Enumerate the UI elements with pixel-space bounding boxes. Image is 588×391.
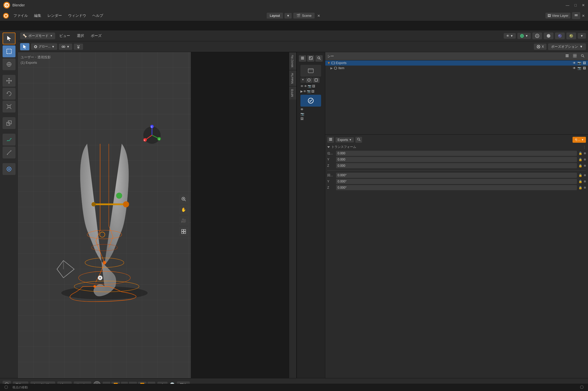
menu-window[interactable]: ウィンドウ	[66, 12, 89, 19]
snap-magnet[interactable]	[74, 44, 83, 50]
rotation-x-field[interactable]	[336, 173, 577, 178]
mode-selector[interactable]: 🦴 ポーズモード ▼	[20, 33, 55, 39]
prop-tab-scene2[interactable]: ▼	[300, 78, 321, 83]
side-tab-maketar[interactable]: MakeTar	[289, 70, 296, 86]
tool-transform[interactable]	[3, 117, 15, 129]
side-tab-mhx2[interactable]: MHX2 Ru	[289, 52, 296, 70]
shading-solid[interactable]	[544, 33, 553, 39]
prop-tab-active[interactable]	[300, 95, 321, 107]
outliner-list-view-btn[interactable]	[564, 53, 570, 59]
menu-blender-icon[interactable]	[2, 12, 10, 20]
camera-btn[interactable]: 🎥	[179, 216, 188, 225]
zoom-in-btn[interactable]	[179, 194, 188, 204]
toolbar-select[interactable]: 選択	[74, 33, 87, 39]
rotation-x-lock[interactable]: 🔒	[578, 173, 582, 177]
rotation-z-lock[interactable]: 🔒	[578, 186, 582, 189]
item2-eye-icon[interactable]: 👁	[573, 66, 576, 70]
viewport[interactable]: ユーザー・透視投影 (1) Exports	[18, 52, 191, 378]
close-btn[interactable]: ✕	[582, 3, 585, 7]
item-camera-icon[interactable]: 📷	[577, 61, 581, 65]
transform-dropdown[interactable]: Exports ▼	[336, 137, 354, 142]
eye-icon-3[interactable]: 👁	[303, 90, 306, 93]
rotation-y-lock[interactable]: 🔒	[578, 180, 582, 183]
prop-tab-active-eye[interactable]: 👁	[300, 108, 321, 111]
hand-btn[interactable]: ✋	[179, 205, 188, 214]
tool-select-cursor[interactable]	[20, 43, 29, 50]
tool-move[interactable]	[3, 75, 15, 87]
minimize-btn[interactable]: —	[566, 3, 569, 7]
workspace-tab-layout[interactable]: Layout	[267, 13, 283, 19]
shading-options[interactable]: ▼	[578, 33, 586, 39]
prop-tab-camera[interactable]: 📷	[300, 112, 321, 116]
menu-help[interactable]: ヘルプ	[90, 12, 106, 19]
menu-edit[interactable]: 編集	[31, 12, 44, 19]
tool-measure[interactable]	[3, 147, 15, 158]
properties-mode-btn[interactable]: モ... ▼	[573, 137, 586, 143]
outliner-item-2[interactable]: ▶ Item 👁 📷 🖼	[325, 66, 588, 71]
props-header-list-icon[interactable]	[299, 55, 306, 62]
eye-icon-2[interactable]: 👁	[304, 84, 307, 88]
tool-add[interactable]	[3, 163, 15, 175]
location-x-lock[interactable]: 🔒	[578, 151, 582, 155]
camera-small-icon-1[interactable]: 📷	[308, 84, 312, 88]
menu-file[interactable]: ファイル	[11, 12, 30, 19]
toolbar-pose[interactable]: ポーズ	[88, 33, 104, 39]
render-small-icon-1[interactable]: 🖼	[312, 84, 315, 88]
props-header-search-icon[interactable]	[315, 55, 323, 62]
item2-camera-icon[interactable]: 📷	[577, 66, 581, 70]
scene-options[interactable]: ✕	[316, 14, 321, 18]
location-x-field[interactable]	[336, 151, 577, 156]
side-tab-mpfb[interactable]: MPFB	[289, 86, 296, 100]
eye-icon-1[interactable]: 👁	[300, 84, 304, 88]
outliner-search-btn[interactable]	[579, 53, 586, 59]
location-z-lock[interactable]: 🔒	[578, 164, 582, 167]
render-icon[interactable]: 🖼 View Layer	[545, 13, 570, 19]
render-small-icon-2[interactable]: 🖼	[311, 90, 314, 93]
proportional-editing[interactable]: ▼	[59, 44, 72, 50]
outliner-item-exports[interactable]: ▼ Exports 👁 📷 🖼	[325, 60, 588, 66]
gizmo-toggle[interactable]: ▼	[517, 33, 531, 39]
location-y-field[interactable]	[336, 157, 577, 162]
svg-rect-82	[182, 229, 183, 231]
tool-select[interactable]	[3, 33, 15, 44]
maximize-btn[interactable]: □	[575, 3, 577, 7]
location-z-field[interactable]	[336, 163, 577, 168]
x-axis-constraint[interactable]: X	[534, 44, 546, 50]
item-eye-icon[interactable]: 👁	[573, 61, 576, 65]
scene-selector[interactable]: 🎬 Scene	[293, 13, 315, 19]
item2-render-icon[interactable]: 🖼	[583, 66, 586, 70]
props-header-img-icon[interactable]	[307, 55, 314, 62]
camera-small-icon-2[interactable]: 📷	[307, 90, 311, 93]
view-layer-close[interactable]: ✕	[582, 14, 585, 18]
tool-scale[interactable]	[3, 101, 15, 113]
tool-box-select[interactable]	[3, 45, 15, 57]
pose-options[interactable]: ポーズオプション ▼	[548, 43, 586, 50]
transform-list-icon[interactable]	[327, 137, 334, 143]
outliner-img-view-btn[interactable]	[571, 53, 578, 59]
rotation-y-field[interactable]	[336, 179, 577, 184]
prop-tab-render[interactable]: 🖼	[300, 117, 321, 121]
tool-rotate[interactable]	[3, 88, 15, 100]
transform-search-icon[interactable]	[355, 137, 362, 143]
shading-material[interactable]	[555, 33, 565, 39]
location-y-lock[interactable]: 🔒	[578, 158, 582, 161]
rotation-z-field[interactable]	[336, 185, 577, 190]
grid-btn[interactable]	[179, 227, 188, 236]
svg-point-115	[5, 386, 8, 389]
viewport-display-btn[interactable]: 👁 ▼	[504, 33, 516, 39]
tool-cursor[interactable]	[3, 58, 15, 70]
svg-point-91	[318, 57, 320, 59]
expand-icon[interactable]: ▶	[300, 90, 303, 93]
shading-rendered[interactable]	[566, 33, 576, 39]
shading-wireframe[interactable]	[532, 33, 542, 39]
view-layer-options[interactable]	[572, 12, 580, 19]
rotation-y-label: Y	[327, 180, 334, 183]
svg-marker-32	[7, 36, 11, 41]
layout-dropdown[interactable]: ▼	[284, 13, 292, 19]
toolbar-view[interactable]: ビュー	[57, 33, 73, 39]
tool-annotate[interactable]	[3, 134, 15, 146]
menu-render[interactable]: レンダー	[45, 12, 64, 19]
glow-dropdown[interactable]: グロー... ▼	[31, 43, 57, 50]
item-render-icon[interactable]: 🖼	[583, 61, 586, 65]
prop-tab-scene[interactable]	[300, 65, 321, 77]
